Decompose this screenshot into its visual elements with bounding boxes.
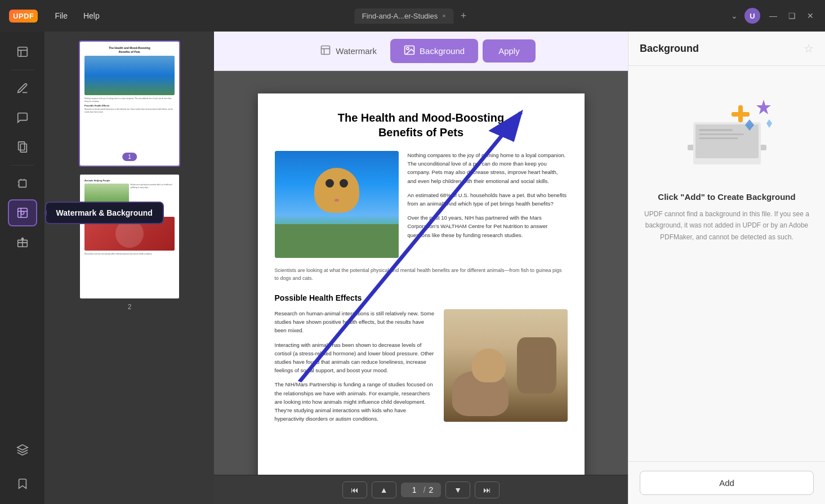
page-number-input[interactable] [409,485,420,494]
sidebar-item-gift[interactable] [8,229,37,256]
tab-close-button[interactable]: × [442,12,445,19]
prev-page-button[interactable]: ▲ [372,481,396,498]
pdf-bottom-text: Research on human-animal interactions is… [275,309,435,429]
thumb-img-1: The Health and Mood-BoostingBenefits of … [80,42,179,166]
svg-marker-27 [766,119,772,128]
svg-rect-6 [17,208,27,218]
sidebar-item-edit[interactable] [8,75,37,102]
pdf-viewer[interactable]: The Health and Mood-BoostingBenefits of … [214,71,628,475]
pdf-intro-text: Nothing compares to the joy of coming ho… [408,151,568,258]
svg-rect-22 [699,137,738,139]
titlebar: UPDF File Help Find-and-A...er-Studies ×… [0,0,825,32]
pdf-caption: Scientists are looking at what the poten… [275,267,568,282]
window-controls: ⌄ U — ❑ ✕ [731,8,816,24]
dropdown-chevron-icon[interactable]: ⌄ [731,11,738,20]
apply-button[interactable]: Apply [483,39,536,63]
tab-bar: Find-and-A...er-Studies × + [354,8,471,24]
active-tab[interactable]: Find-and-A...er-Studies × [354,8,454,24]
background-tab[interactable]: Background [390,39,478,63]
svg-rect-24 [732,112,750,117]
sidebar-item-comment[interactable] [8,104,37,131]
page-separator: / [423,485,426,494]
thumbnail-panel: The Health and Mood-BoostingBenefits of … [45,32,214,504]
right-panel-footer: Add [628,461,825,504]
app-logo: UPDF [9,10,38,23]
sidebar-item-pages[interactable] [8,133,37,160]
thumb-img-2: Animals Helping People Studies are explo… [80,175,179,298]
pdf-cat-image [275,151,399,258]
page-input-group: / 2 [401,483,442,497]
background-label: Background [420,46,465,56]
right-panel: Background ☆ [628,32,825,504]
thumbnail-page-1[interactable]: The Health and Mood-BoostingBenefits of … [52,41,207,167]
last-page-button[interactable]: ⏭ [475,481,500,498]
svg-marker-9 [17,445,27,450]
right-panel-title: Background [640,43,699,55]
empty-state-illustration [665,88,789,179]
pdf-section-title: Possible Health Effects [275,293,568,302]
watermark-icon [320,44,331,57]
svg-marker-25 [756,100,771,114]
avatar[interactable]: U [744,8,760,24]
first-page-button[interactable]: ⏮ [342,481,367,498]
menu-file[interactable]: File [49,9,73,23]
svg-rect-0 [17,47,27,57]
watermark-tab[interactable]: Watermark [306,39,390,63]
right-panel-content: Click "Add" to Create Background UPDF ca… [628,66,825,461]
svg-point-7 [21,211,24,215]
page-label-2: 2 [128,303,132,311]
svg-rect-4 [20,144,26,153]
sidebar-divider-1 [11,70,34,70]
svg-rect-10 [322,46,330,55]
maximize-button[interactable]: ❑ [786,9,798,23]
content-area: Watermark Background Apply [214,32,628,504]
svg-rect-21 [699,133,744,135]
background-icon [404,44,415,57]
illustration-area [665,88,789,179]
top-toolbar: Watermark Background Apply [214,32,628,71]
sidebar-divider-2 [11,165,34,166]
svg-point-14 [407,47,409,50]
pdf-dog-image [444,309,568,422]
menu-help[interactable]: Help [78,9,105,23]
favorite-button[interactable]: ☆ [804,42,814,55]
page-badge-1: 1 [122,153,137,161]
tab-title: Find-and-A...er-Studies [362,12,438,20]
thumbnail-page-2[interactable]: Animals Helping People Studies are explo… [52,173,207,311]
add-background-button[interactable]: Add [640,471,814,495]
right-desc-text: UPDF cannot find a background in this fi… [640,208,814,243]
minimize-button[interactable]: — [767,9,779,23]
thumb-wrap-2[interactable]: Animals Helping People Studies are explo… [79,173,180,300]
pdf-page: The Health and Mood-BoostingBenefits of … [258,93,585,475]
right-panel-header: Background ☆ [628,32,825,66]
sidebar-item-copy[interactable] [8,170,37,197]
svg-rect-20 [699,129,733,131]
pdf-intro-section: Nothing compares to the joy of coming ho… [275,151,568,258]
watermark-label: Watermark [336,46,377,56]
sidebar-item-watermark[interactable]: Watermark & Background [8,199,37,226]
svg-rect-3 [18,142,24,150]
right-desc-title: Click "Add" to Create Background [658,192,795,202]
main-layout: Watermark & Background The Health and Mo… [0,32,825,504]
left-sidebar: Watermark & Background [0,32,45,504]
thumb-wrap-1[interactable]: The Health and Mood-BoostingBenefits of … [79,41,180,167]
pdf-page-title: The Health and Mood-BoostingBenefits of … [275,110,568,140]
new-tab-button[interactable]: + [456,8,471,24]
sidebar-item-reader[interactable] [8,38,37,65]
menu-bar: File Help [49,9,105,23]
sidebar-item-bookmark[interactable] [8,470,37,497]
watermark-tooltip: Watermark & Background [45,202,164,224]
page-total: 2 [429,485,434,494]
pdf-bottom-section: Research on human-animal interactions is… [275,309,568,429]
close-button[interactable]: ✕ [805,9,816,23]
sidebar-item-layers[interactable] [8,436,37,463]
next-page-button[interactable]: ▼ [445,481,470,498]
svg-rect-5 [19,180,26,188]
nav-bar: ⏮ ▲ / 2 ▼ ⏭ [214,475,628,504]
